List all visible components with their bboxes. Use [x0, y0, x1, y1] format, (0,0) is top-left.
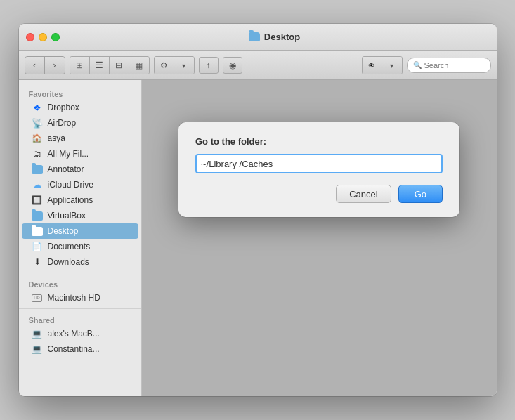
macbook-icon: 💻 — [32, 328, 43, 339]
goto-folder-modal: Go to the folder: ~/Library /Caches Canc… — [178, 122, 459, 217]
view-buttons — [70, 56, 150, 74]
sidebar-item-alexs-macbook[interactable]: 💻 alex's MacB... — [22, 326, 138, 341]
main-content: Favorites ❖ Dropbox 📡 AirDrop 🏠 asya — [19, 80, 497, 396]
sidebar-item-all-my-files[interactable]: 🗂 All My Fil... — [22, 146, 138, 162]
column-view-button[interactable] — [110, 57, 129, 74]
eye-dropdown-button[interactable] — [382, 57, 402, 74]
dropbox-icon: ❖ — [32, 102, 43, 113]
sidebar-item-downloads[interactable]: ⬇ Downloads — [22, 254, 138, 270]
share-icon — [207, 60, 211, 70]
sidebar-label-virtualbox: VirtualBox — [48, 211, 86, 221]
title-bar: Desktop — [19, 24, 497, 51]
sidebar-label-applications: Applications — [48, 195, 93, 205]
sidebar-divider-1 — [19, 273, 141, 273]
file-area: Go to the folder: ~/Library /Caches Canc… — [142, 80, 497, 396]
sidebar-label-macintosh-hd: Macintosh HD — [48, 293, 100, 303]
sidebar-label-all-my-files: All My Fil... — [48, 149, 89, 159]
modal-title: Go to the folder: — [195, 136, 443, 147]
icloud-icon: ☁ — [32, 179, 43, 190]
coverflow-icon — [135, 60, 143, 70]
sidebar-item-desktop[interactable]: Desktop — [22, 223, 138, 239]
traffic-lights — [26, 33, 60, 41]
maximize-button[interactable] — [51, 33, 60, 41]
cancel-button[interactable]: Cancel — [336, 185, 391, 203]
eye-chevron-icon — [390, 60, 393, 70]
tag-icon — [229, 60, 236, 70]
cover-flow-button[interactable] — [129, 57, 149, 74]
sidebar-item-dropbox[interactable]: ❖ Dropbox — [22, 100, 138, 115]
modal-buttons: Cancel Go — [195, 185, 443, 203]
sidebar-item-applications[interactable]: 🔲 Applications — [22, 192, 138, 208]
sidebar-item-icloud[interactable]: ☁ iCloud Drive — [22, 177, 138, 192]
title-folder-icon — [249, 32, 260, 41]
sidebar-label-airdrop: AirDrop — [48, 118, 77, 128]
search-bar[interactable]: 🔍 — [407, 58, 491, 73]
sidebar-label-dropbox: Dropbox — [48, 103, 79, 112]
sidebar-item-macintosh-hd[interactable]: HD Macintosh HD — [22, 290, 138, 306]
title-bar-center: Desktop — [60, 32, 490, 42]
sidebar-item-asya[interactable]: 🏠 asya — [22, 131, 138, 146]
sidebar-label-asya: asya — [48, 133, 65, 143]
list-icon — [96, 60, 103, 70]
sidebar-item-virtualbox[interactable]: VirtualBox — [22, 208, 138, 223]
eye-button[interactable] — [363, 57, 382, 74]
applications-icon: 🔲 — [32, 195, 43, 206]
sidebar-label-annotator: Annotator — [48, 164, 84, 174]
shared-label: Shared — [19, 312, 141, 326]
sidebar-label-alexs-macbook: alex's MacB... — [48, 329, 100, 339]
toolbar: ‹ › — [19, 51, 497, 80]
back-button[interactable]: ‹ — [25, 57, 45, 74]
annotator-folder-icon — [32, 164, 43, 175]
folder-path-input[interactable]: ~/Library /Caches — [195, 154, 443, 173]
eye-buttons — [362, 56, 403, 74]
stack-icon: 🗂 — [32, 148, 43, 159]
sidebar-label-icloud: iCloud Drive — [48, 180, 93, 190]
sidebar: Favorites ❖ Dropbox 📡 AirDrop 🏠 asya — [19, 80, 142, 396]
arrange-buttons — [154, 56, 195, 74]
chevron-down-icon — [182, 60, 185, 70]
grid-icon — [76, 60, 83, 70]
search-icon: 🔍 — [413, 61, 422, 69]
desktop-icon — [32, 225, 43, 237]
hd-icon: HD — [32, 292, 43, 303]
sidebar-label-documents: Documents — [48, 242, 91, 251]
arrange-icon — [160, 60, 168, 70]
tag-button[interactable] — [223, 57, 242, 74]
downloads-icon: ⬇ — [32, 256, 43, 268]
home-icon: 🏠 — [32, 133, 43, 144]
sidebar-divider-2 — [19, 308, 141, 309]
minimize-button[interactable] — [39, 33, 47, 41]
sidebar-item-annotator[interactable]: Annotator — [22, 162, 138, 177]
close-button[interactable] — [26, 33, 34, 41]
share-button[interactable] — [199, 57, 219, 74]
arrange-button[interactable] — [155, 57, 174, 74]
virtualbox-icon — [32, 210, 43, 221]
forward-button[interactable]: › — [45, 57, 65, 74]
constantina-icon: 💻 — [32, 343, 43, 355]
devices-label: Devices — [19, 276, 141, 290]
finder-window: Desktop ‹ › — [19, 24, 497, 396]
favorites-label: Favorites — [19, 86, 141, 100]
sidebar-label-constantina: Constantina... — [48, 344, 100, 354]
sidebar-item-documents[interactable]: 📄 Documents — [22, 239, 138, 254]
sidebar-item-constantina[interactable]: 💻 Constantina... — [22, 341, 138, 357]
sidebar-item-airdrop[interactable]: 📡 AirDrop — [22, 115, 138, 131]
modal-overlay: Go to the folder: ~/Library /Caches Canc… — [142, 80, 497, 396]
sidebar-label-desktop: Desktop — [48, 226, 79, 236]
go-button[interactable]: Go — [398, 185, 443, 203]
nav-buttons: ‹ › — [25, 56, 65, 74]
airdrop-icon: 📡 — [32, 117, 43, 129]
columns-icon — [115, 60, 122, 70]
list-view-button[interactable] — [90, 57, 110, 74]
icon-view-button[interactable] — [70, 57, 90, 74]
documents-icon: 📄 — [32, 241, 43, 252]
arrange-dropdown-button[interactable] — [174, 57, 194, 74]
sidebar-label-downloads: Downloads — [48, 257, 89, 267]
window-title: Desktop — [264, 32, 300, 42]
search-input[interactable] — [424, 61, 485, 70]
eye-icon — [368, 60, 375, 70]
